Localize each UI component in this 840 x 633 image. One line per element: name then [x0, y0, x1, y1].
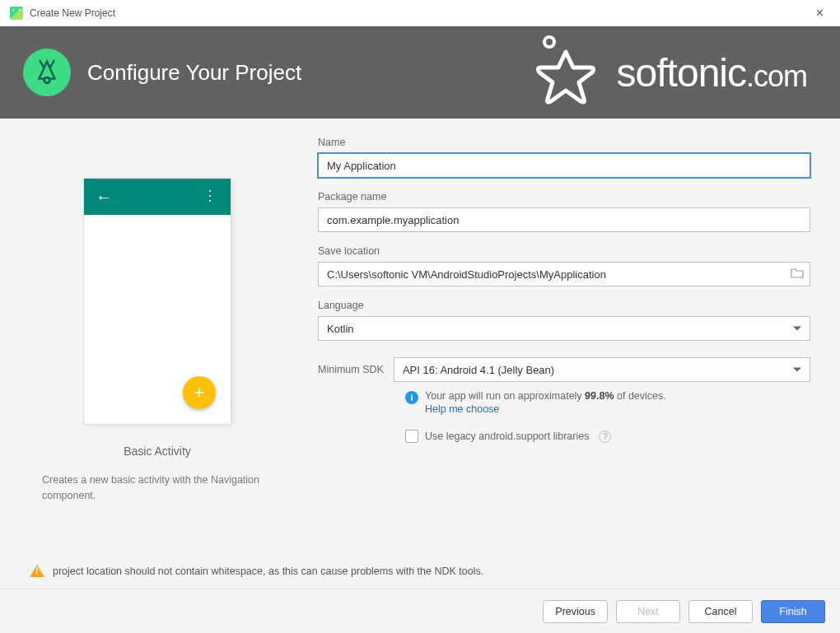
window-title: Create New Project: [30, 7, 810, 19]
info-icon: i: [405, 391, 418, 404]
package-name-label: Package name: [318, 191, 810, 202]
softonic-star-icon: [525, 31, 607, 114]
android-logo-icon: [23, 49, 71, 96]
close-button[interactable]: ×: [810, 2, 830, 24]
preview-appbar: ← ⋯: [84, 179, 231, 215]
fab-icon: +: [183, 376, 216, 409]
page-title: Configure Your Project: [87, 60, 301, 86]
legacy-libraries-checkbox[interactable]: [405, 430, 418, 443]
help-icon[interactable]: ?: [599, 431, 611, 443]
next-button[interactable]: Next: [616, 600, 680, 623]
minimum-sdk-select[interactable]: API 16: Android 4.1 (Jelly Bean): [394, 357, 810, 382]
name-label: Name: [318, 137, 810, 148]
finish-button[interactable]: Finish: [761, 600, 825, 623]
header-band: Configure Your Project softonic.com: [0, 26, 840, 119]
previous-button[interactable]: Previous: [543, 600, 608, 623]
preview-column: ← ⋯ + Basic Activity Creates a new basic…: [30, 137, 285, 545]
chevron-down-icon: [793, 327, 801, 331]
activity-preview: ← ⋯ +: [83, 178, 231, 425]
softonic-text: softonic.com: [617, 50, 807, 95]
browse-folder-icon[interactable]: [791, 268, 804, 281]
preview-title: Basic Activity: [124, 444, 191, 458]
minimum-sdk-value: API 16: Android 4.1 (Jelly Bean): [403, 364, 554, 376]
name-input[interactable]: [318, 153, 810, 178]
device-coverage-text: Your app will run on approximately 99.8%…: [425, 390, 666, 415]
footer-buttons: Previous Next Cancel Finish: [0, 589, 840, 633]
save-location-input[interactable]: [318, 262, 810, 286]
form-column: Name Package name Save location Language…: [318, 137, 810, 545]
minimum-sdk-label: Minimum SDK: [318, 364, 384, 375]
preview-description: Creates a new basic activity with the Na…: [42, 472, 273, 504]
warning-icon: [30, 565, 44, 577]
language-label: Language: [318, 300, 810, 311]
chevron-down-icon: [793, 368, 801, 372]
language-select[interactable]: Kotlin: [318, 316, 810, 341]
package-name-input[interactable]: [318, 207, 810, 232]
warning-text: project location should not contain whit…: [53, 566, 483, 577]
cancel-button[interactable]: Cancel: [688, 600, 753, 623]
softonic-watermark: softonic.com: [525, 31, 807, 114]
main-content: ← ⋯ + Basic Activity Creates a new basic…: [0, 119, 840, 553]
save-location-label: Save location: [318, 245, 810, 257]
titlebar: Create New Project ×: [0, 0, 840, 26]
legacy-libraries-label: Use legacy android.support libraries: [425, 431, 589, 442]
help-me-choose-link[interactable]: Help me choose: [425, 403, 666, 415]
svg-point-1: [45, 79, 49, 82]
warning-row: project location should not contain whit…: [0, 553, 840, 589]
language-value: Kotlin: [327, 323, 354, 335]
svg-point-2: [544, 37, 554, 47]
back-arrow-icon: ←: [96, 188, 112, 207]
more-vert-icon: ⋯: [202, 189, 220, 205]
android-studio-icon: [10, 7, 23, 20]
